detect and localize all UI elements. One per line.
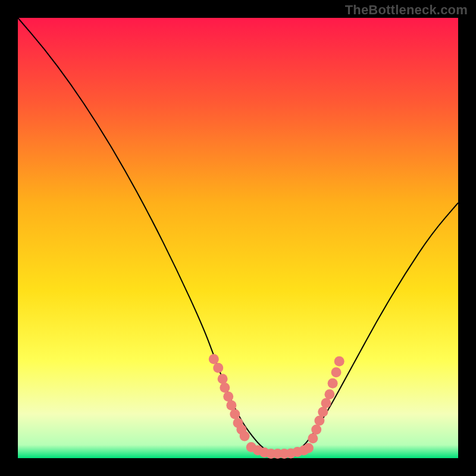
data-point bbox=[331, 367, 342, 377]
data-point bbox=[324, 389, 334, 399]
data-point bbox=[226, 400, 236, 411]
data-point bbox=[209, 354, 219, 364]
watermark-text: TheBottleneck.com bbox=[345, 2, 468, 18]
chart-overlay bbox=[0, 0, 476, 476]
data-point bbox=[328, 378, 338, 389]
data-point bbox=[230, 409, 240, 419]
data-point bbox=[218, 374, 228, 384]
data-point bbox=[240, 431, 250, 441]
data-point bbox=[213, 363, 223, 373]
data-point bbox=[321, 398, 331, 408]
data-point bbox=[303, 443, 314, 453]
bottleneck-curve bbox=[18, 18, 458, 453]
data-point bbox=[308, 433, 318, 443]
chart-frame: TheBottleneck.com bbox=[0, 0, 476, 476]
data-point bbox=[334, 356, 345, 367]
data-point bbox=[318, 407, 328, 417]
data-point bbox=[220, 383, 230, 393]
curve-path bbox=[18, 18, 458, 453]
data-point bbox=[314, 416, 324, 426]
data-point-markers bbox=[209, 354, 345, 459]
data-point bbox=[223, 392, 233, 402]
data-point bbox=[311, 424, 321, 434]
